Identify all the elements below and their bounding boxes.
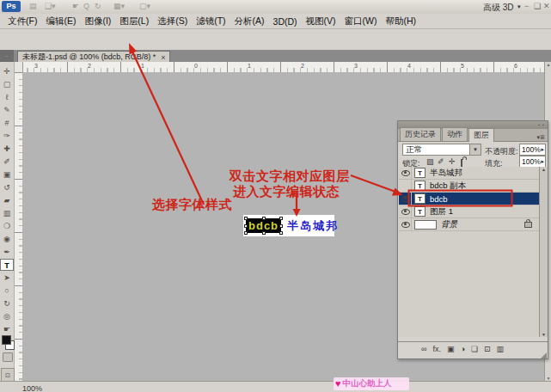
layer-name[interactable]: 图层 1: [430, 206, 453, 217]
gradient-tool[interactable]: ▥: [0, 207, 14, 219]
eyedropper-tool[interactable]: ✑: [0, 130, 14, 142]
menu-select[interactable]: 选择(S): [153, 15, 192, 28]
type-tool[interactable]: T: [0, 259, 14, 271]
lock-transparent-icon[interactable]: ▨: [426, 157, 434, 166]
rotate-view-icon[interactable]: ↻: [95, 2, 101, 10]
layer-name[interactable]: bdcb: [430, 194, 448, 204]
fill-spinner-icon[interactable]: ▸: [541, 158, 545, 165]
document-tab[interactable]: 未标题-1.psd @ 100% (bdcb, RGB/8) * ×: [17, 51, 170, 63]
selected-text-chip[interactable]: bdcb: [246, 218, 281, 233]
menu-help[interactable]: 帮助(H): [382, 15, 421, 28]
panel-resize-grip[interactable]: [541, 352, 547, 358]
layer-list-scrollbar[interactable]: ▲ ▼: [539, 167, 548, 337]
menu-analysis[interactable]: 分析(A): [230, 15, 269, 28]
visibility-toggle[interactable]: [401, 218, 412, 230]
minimize-button[interactable]: −: [524, 2, 529, 10]
lasso-tool[interactable]: ℓ: [0, 91, 14, 103]
toolbox-header[interactable]: ∙∙: [0, 50, 14, 62]
scroll-up-icon[interactable]: ▲: [547, 62, 551, 67]
3d-rotate-tool[interactable]: ↻: [0, 297, 14, 309]
workspace-arrow-icon[interactable]: ▾: [517, 3, 521, 10]
text-layer-thumbnail[interactable]: T: [414, 193, 425, 204]
menu-layer[interactable]: 图层(L): [115, 15, 153, 28]
transform-handle[interactable]: [279, 224, 283, 228]
layer-row[interactable]: T bdcb 副本: [399, 180, 539, 193]
workspace-switcher[interactable]: 高级 3D: [483, 2, 514, 14]
transform-handle[interactable]: [244, 231, 248, 235]
menu-edit[interactable]: 编辑(E): [41, 15, 80, 28]
bridge-icon[interactable]: ▤: [29, 2, 37, 10]
status-zoom-value[interactable]: 100%: [22, 384, 42, 392]
layer-style-icon[interactable]: fx.: [432, 342, 441, 356]
menu-file[interactable]: 文件(F): [3, 15, 41, 28]
delete-layer-icon[interactable]: ▥: [497, 342, 505, 356]
transform-handle[interactable]: [244, 217, 248, 220]
eraser-tool[interactable]: ▰: [0, 194, 14, 206]
layer-name[interactable]: 半岛城邦: [430, 168, 462, 179]
transform-handle[interactable]: [262, 231, 266, 235]
close-button[interactable]: ✕: [543, 2, 550, 10]
clone-stamp-tool[interactable]: ▣: [0, 168, 14, 181]
layer-row[interactable]: 背景: [399, 218, 539, 231]
visibility-toggle[interactable]: [401, 167, 412, 179]
hand-icon[interactable]: ☛: [72, 2, 79, 10]
menu-3d[interactable]: 3D(D): [269, 16, 302, 27]
layer-mask-icon[interactable]: ▣: [447, 342, 455, 356]
foreground-color-swatch[interactable]: [2, 335, 11, 345]
layer-row-selected[interactable]: T bdcb: [399, 193, 539, 205]
transform-handle[interactable]: [262, 217, 266, 220]
opacity-input[interactable]: 100% ▸: [519, 144, 546, 156]
shape-tool[interactable]: ○: [0, 285, 14, 297]
tab-history[interactable]: 历史记录: [400, 127, 441, 141]
tab-layers[interactable]: 图层: [468, 128, 494, 142]
visibility-toggle[interactable]: [401, 193, 412, 205]
layer-name[interactable]: bdcb 副本: [430, 181, 466, 192]
history-brush-tool[interactable]: ↺: [0, 181, 14, 193]
menu-filter[interactable]: 滤镜(T): [192, 15, 230, 28]
hand-tool[interactable]: ☛: [0, 323, 14, 335]
sample-text-box[interactable]: bdcb 半岛城邦: [243, 215, 334, 236]
arrange-documents-icon[interactable]: ▦▾: [113, 2, 125, 10]
quick-mask-button[interactable]: [3, 352, 13, 362]
3d-orbit-tool[interactable]: ◎: [0, 310, 14, 322]
quick-selection-tool[interactable]: ✎: [0, 104, 14, 116]
layer-row[interactable]: T 图层 1: [399, 205, 539, 218]
text-layer-thumbnail[interactable]: T: [414, 206, 425, 217]
healing-brush-tool[interactable]: ✚: [0, 143, 14, 155]
lock-pixels-icon[interactable]: ✐: [438, 157, 444, 166]
menu-view[interactable]: 视图(V): [302, 15, 340, 28]
layer-name[interactable]: 背景: [441, 219, 457, 230]
link-layers-icon[interactable]: ∞: [421, 342, 426, 356]
move-tool[interactable]: ✛: [0, 65, 14, 77]
menu-window[interactable]: 窗口(W): [340, 15, 382, 28]
text-layer-thumbnail[interactable]: T: [414, 181, 425, 191]
document-tab-close-icon[interactable]: ×: [161, 53, 165, 62]
menu-image[interactable]: 图像(I): [80, 15, 115, 28]
text-layer-thumbnail[interactable]: T: [414, 168, 425, 178]
transform-handle[interactable]: [244, 224, 248, 228]
dodge-tool[interactable]: ◉: [0, 233, 14, 245]
visibility-toggle[interactable]: [401, 205, 412, 217]
blend-mode-dropdown-icon[interactable]: ▼: [469, 144, 481, 155]
marquee-tool[interactable]: ▢: [0, 78, 14, 90]
scroll-down-icon[interactable]: ▼: [542, 332, 546, 337]
visibility-toggle[interactable]: [401, 180, 412, 192]
panel-menu-icon[interactable]: ▾≣: [537, 134, 548, 141]
scroll-up-icon[interactable]: ▲: [542, 167, 546, 172]
new-layer-icon[interactable]: ⊡: [484, 342, 491, 356]
fill-input[interactable]: 100% ▸: [519, 156, 546, 168]
view-extras-icon[interactable]: ❑▾: [45, 2, 56, 10]
opacity-spinner-icon[interactable]: ▸: [541, 146, 545, 153]
restore-button[interactable]: ❑: [534, 2, 541, 10]
layer-group-icon[interactable]: ❏: [471, 342, 478, 356]
tab-actions[interactable]: 动作: [442, 127, 468, 141]
transform-handle[interactable]: [279, 231, 283, 235]
zoom-icon[interactable]: Q: [83, 2, 89, 10]
blur-tool[interactable]: ❍: [0, 220, 14, 232]
screen-mode-icon[interactable]: ▢▾: [139, 2, 150, 10]
background-layer-thumbnail[interactable]: [414, 220, 437, 230]
path-selection-tool[interactable]: ➤: [0, 272, 14, 284]
brush-tool[interactable]: ✐: [0, 156, 14, 168]
lock-position-icon[interactable]: ✛: [449, 157, 456, 166]
transform-handle[interactable]: [279, 217, 283, 220]
